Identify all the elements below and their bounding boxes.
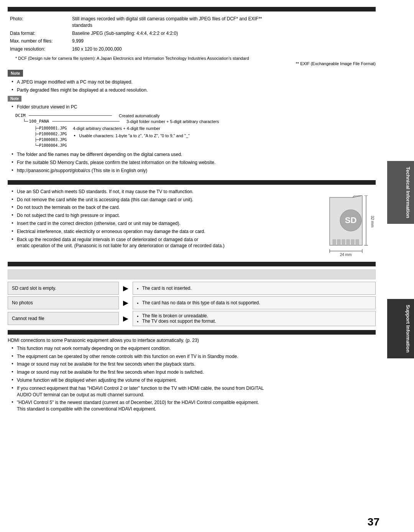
sd-card-svg: SD 24 mm 32 mm bbox=[318, 195, 376, 257]
svg-rect-5 bbox=[342, 240, 345, 245]
dcim-label: DCIM bbox=[15, 113, 26, 118]
hdmi-bullet3: Image or sound may not be available for … bbox=[12, 360, 376, 368]
svg-text:24 mm: 24 mm bbox=[340, 253, 352, 257]
ts-item-1: SD card slot is empty. ▶ The card is not… bbox=[8, 282, 376, 295]
pana-prefix: └─ bbox=[23, 119, 28, 124]
ts-arrow-2: ▶ bbox=[119, 299, 133, 307]
ts-right-3: The file is broken or unreadable. The TV… bbox=[133, 311, 376, 326]
hdmi-bullet7: "HDAVI Control 5" is the newest standard… bbox=[12, 399, 376, 413]
additional-bullets: The folder and file names may be differe… bbox=[8, 151, 376, 174]
max-files-label: Max. number of files: bbox=[8, 38, 70, 45]
sd-area: Use an SD Card which meets SD standards.… bbox=[8, 188, 376, 258]
photo-value: Still images recorded with digital still… bbox=[71, 15, 375, 29]
pana-label: 100_PANA bbox=[29, 119, 49, 124]
hdmi-bullet6: If you connect equipment that has "HDAVI… bbox=[12, 384, 376, 399]
sidebar-support-label: Support Information bbox=[405, 305, 411, 353]
ts-left-text-2: No photos bbox=[12, 300, 33, 305]
ts-left-2: No photos bbox=[8, 296, 119, 309]
svg-rect-7 bbox=[351, 240, 354, 245]
svg-text:32 mm: 32 mm bbox=[370, 215, 375, 227]
sidebar-technical: Technical Information bbox=[387, 161, 414, 224]
sd-bullet3: Do not touch the terminals on the back o… bbox=[12, 204, 314, 212]
file-desc2: Usable characters: 1-byte "a to z", "A t… bbox=[74, 132, 190, 140]
file-desc-list: Usable characters: 1-byte "a to z", "A t… bbox=[73, 132, 190, 140]
ts-placeholder-bar bbox=[8, 269, 376, 279]
folder-tree: DCIM Created automatically └─ 100_PANA 3… bbox=[15, 113, 376, 148]
section-header-photo bbox=[8, 7, 376, 11]
page-number: 37 bbox=[368, 516, 380, 528]
note1-item1: A JPEG image modified with a PC may not … bbox=[12, 78, 376, 86]
max-files-value: 9,999 bbox=[71, 38, 375, 45]
ts-right-text-3-2: The TV does not support the format. bbox=[137, 319, 216, 324]
sd-bullet5: Insert the card in the correct direction… bbox=[12, 220, 314, 228]
arrow-icon-1: ▶ bbox=[123, 284, 128, 292]
hdmi-bullet4: Image or sound may not be available for … bbox=[12, 368, 376, 376]
note1-list: A JPEG image modified with a PC may not … bbox=[8, 78, 376, 94]
sd-bullet2: Do not remove the card while the unit is… bbox=[12, 196, 314, 204]
spec-table: Photo: Still images recorded with digita… bbox=[8, 15, 376, 54]
sd-bullet-list: Use an SD Card which meets SD standards.… bbox=[8, 188, 314, 250]
file-list: ├─P1000001.JPG ├─P1000002.JPG ├─P1000003… bbox=[34, 125, 67, 148]
svg-text:SD: SD bbox=[345, 215, 357, 225]
note2-list: Folder structure viewed in PC bbox=[8, 103, 376, 111]
section-header-hdmi bbox=[8, 330, 376, 335]
note2-item1: Folder structure viewed in PC bbox=[12, 103, 376, 111]
add-bullet2: For the suitable SD Memory Cards, please… bbox=[12, 159, 376, 167]
ts-right-2: The card has no data or this type of dat… bbox=[133, 296, 376, 309]
file4: └─P1000004.JPG bbox=[34, 143, 67, 148]
sidebar-technical-label: Technical Information bbox=[405, 167, 411, 218]
ts-right-1: The card is not inserted. bbox=[133, 282, 376, 295]
hdmi-bullet-list: This function may not work normally depe… bbox=[8, 345, 376, 413]
note1-header: Note bbox=[8, 70, 23, 77]
hdmi-bullet2: The equipment can be operated by other r… bbox=[12, 353, 376, 361]
ts-item-2: No photos ▶ The card has no data or this… bbox=[8, 296, 376, 309]
ts-right-text-1-1: The card is not inserted. bbox=[137, 286, 192, 291]
ts-arrow-3: ▶ bbox=[119, 314, 133, 323]
hdmi-intro: HDMI connections to some Panasonic equip… bbox=[8, 338, 376, 343]
image-res-value: 160 x 120 to 20,000,000 bbox=[71, 46, 375, 53]
sd-card-illustration: SD 24 mm 32 mm bbox=[318, 195, 376, 258]
pana-desc: 3-digit folder number + 5-digit arbitrar… bbox=[127, 119, 219, 124]
svg-rect-6 bbox=[347, 240, 350, 245]
ts-right-text-2-1: The card has no data or this type of dat… bbox=[137, 300, 260, 305]
dcim-desc: Created automatically bbox=[119, 113, 159, 118]
section-header-troubleshoot bbox=[8, 262, 376, 266]
ts-item-3: Cannot read file ▶ The file is broken or… bbox=[8, 311, 376, 326]
ts-arrow-1: ▶ bbox=[119, 284, 133, 292]
sd-bullet6: Electrical interference, static electric… bbox=[12, 228, 314, 236]
troubleshoot-table: SD card slot is empty. ▶ The card is not… bbox=[8, 282, 376, 326]
arrow-icon-2: ▶ bbox=[123, 299, 128, 307]
section-header-sd bbox=[8, 180, 376, 185]
photo-label: Photo: bbox=[8, 15, 70, 29]
note1-item2: Partly degraded files might be displayed… bbox=[12, 86, 376, 94]
sd-bullet4: Do not subject the card to high pressure… bbox=[12, 212, 314, 220]
file2: ├─P1000002.JPG bbox=[34, 131, 67, 137]
sd-bullet1: Use an SD Card which meets SD standards.… bbox=[12, 188, 314, 196]
sd-bullet7: Back up the recorded data at regular int… bbox=[12, 236, 314, 250]
data-format-value: Baseline JPEG (Sub-sampling: 4:4:4, 4:2:… bbox=[71, 30, 375, 37]
hdmi-bullet5: Volume function will be displayed when a… bbox=[12, 376, 376, 384]
add-bullet1: The folder and file names may be differe… bbox=[12, 151, 376, 159]
ts-right-text-3-1: The file is broken or unreadable. bbox=[137, 313, 216, 319]
file3: ├─P1000003.JPG bbox=[34, 137, 67, 143]
add-bullet3: http://panasonic.jp/support/global/cs (T… bbox=[12, 167, 376, 175]
sidebar-support: Support Information bbox=[387, 299, 414, 358]
ts-left-text-1: SD card slot is empty. bbox=[12, 286, 56, 291]
footnote2: ** EXIF (Exchangeable Image File Format) bbox=[8, 61, 376, 66]
hdmi-bullet1: This function may not work normally depe… bbox=[12, 345, 376, 353]
note2-header: Note bbox=[8, 96, 21, 102]
data-format-label: Data format: bbox=[8, 30, 70, 37]
image-res-label: Image resolution: bbox=[8, 46, 70, 53]
svg-rect-8 bbox=[356, 240, 359, 245]
arrow-icon-3: ▶ bbox=[123, 314, 128, 323]
footnote1: * DCF (Design rule for camera file syste… bbox=[8, 56, 376, 61]
ts-left-1: SD card slot is empty. bbox=[8, 282, 119, 295]
ts-left-text-3: Cannot read file bbox=[12, 316, 44, 321]
file-desc1: 4-digit arbitrary characters + 4-digit f… bbox=[73, 126, 190, 131]
ts-left-3: Cannot read file bbox=[8, 312, 119, 325]
svg-rect-3 bbox=[333, 240, 336, 245]
svg-rect-4 bbox=[337, 240, 340, 245]
file1: ├─P1000001.JPG bbox=[34, 125, 67, 131]
sd-bullets-container: Use an SD Card which meets SD standards.… bbox=[8, 188, 314, 250]
